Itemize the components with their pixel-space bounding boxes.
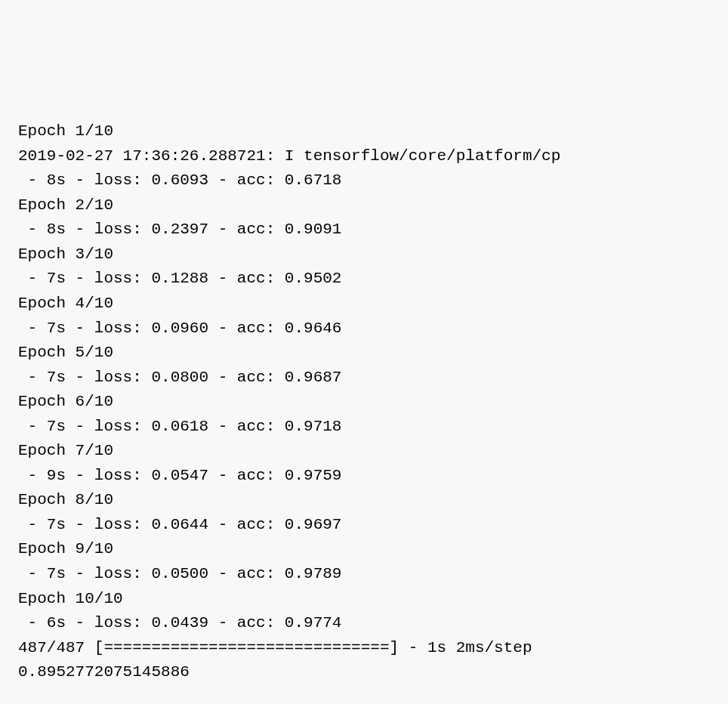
log-line: Epoch 5/10: [18, 341, 710, 366]
log-line: Epoch 10/10: [18, 587, 710, 612]
log-line: - 7s - loss: 0.1288 - acc: 0.9502: [18, 267, 710, 292]
log-line: Epoch 6/10: [18, 390, 710, 415]
training-log-output: Epoch 1/102019-02-27 17:36:26.288721: I …: [18, 119, 710, 685]
log-line: - 8s - loss: 0.2397 - acc: 0.9091: [18, 218, 710, 242]
log-line: Epoch 8/10: [18, 488, 710, 513]
log-line: 2019-02-27 17:36:26.288721: I tensorflow…: [18, 144, 710, 169]
log-line: - 7s - loss: 0.0800 - acc: 0.9687: [18, 366, 710, 391]
log-line: - 8s - loss: 0.6093 - acc: 0.6718: [18, 168, 710, 193]
log-line: - 7s - loss: 0.0500 - acc: 0.9789: [18, 562, 710, 587]
log-line: - 7s - loss: 0.0960 - acc: 0.9646: [18, 316, 710, 341]
log-line: Epoch 7/10: [18, 439, 710, 464]
log-line: Epoch 3/10: [18, 242, 710, 267]
log-line: - 7s - loss: 0.0644 - acc: 0.9697: [18, 513, 710, 538]
log-line: - 6s - loss: 0.0439 - acc: 0.9774: [18, 611, 710, 636]
log-line: Epoch 9/10: [18, 537, 710, 562]
log-line: Epoch 4/10: [18, 292, 710, 316]
log-line: Epoch 2/10: [18, 193, 710, 218]
log-line: - 7s - loss: 0.0618 - acc: 0.9718: [18, 415, 710, 440]
log-line: Epoch 1/10: [18, 119, 710, 144]
log-line: 0.8952772075145886: [18, 660, 710, 685]
log-line: - 9s - loss: 0.0547 - acc: 0.9759: [18, 464, 710, 489]
log-line: 487/487 [==============================]…: [18, 636, 710, 661]
